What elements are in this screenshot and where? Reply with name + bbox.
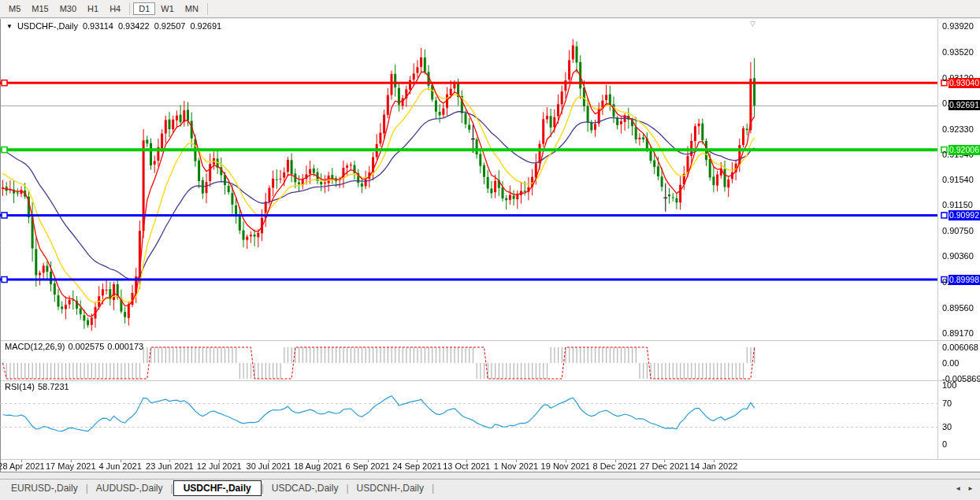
dropdown-caret-icon: ▼	[6, 23, 13, 30]
price-tick: 0.93920	[942, 21, 974, 31]
tab-scroll-left-icon[interactable]: ◄	[955, 485, 961, 492]
rsi-axis-tick: 30	[942, 422, 952, 431]
timeframe-toolbar: M5M15M30H1H4D1W1MN	[0, 0, 980, 18]
date-label: 13 Oct 2021	[443, 461, 490, 471]
tab-separator: |	[432, 481, 434, 494]
toolbar-divider	[129, 3, 130, 15]
chart-tab-bar: EURUSD-,Daily|AUDUSD-,Daily|USDCHF-,Dail…	[0, 479, 980, 500]
date-label: 19 Nov 2021	[541, 461, 590, 471]
date-label: 6 Sep 2021	[345, 461, 389, 471]
date-label: 27 Dec 2021	[640, 461, 689, 471]
scroll-end-marker-icon[interactable]: ▽	[750, 20, 755, 28]
timeframe-mn[interactable]: MN	[180, 2, 204, 15]
timeframe-m15[interactable]: M15	[26, 2, 54, 15]
date-label: 12 Jul 2021	[197, 461, 242, 471]
timeframe-m5[interactable]: M5	[3, 2, 26, 15]
rsi-axis-tick: 100	[942, 380, 956, 390]
price-badge: 0.89998	[948, 275, 980, 285]
toolbar-divider	[207, 3, 208, 15]
timeframe-d1[interactable]: D1	[133, 2, 155, 15]
price-tick: 0.91540	[942, 175, 974, 184]
timeframe-h4[interactable]: H4	[104, 2, 126, 15]
tab-eurusd-daily[interactable]: EURUSD-,Daily	[3, 481, 86, 495]
tab-usdcnh-daily[interactable]: USDCNH-,Daily	[349, 481, 432, 495]
timeframe-w1[interactable]: W1	[155, 2, 180, 15]
tab-scroll-right-icon[interactable]: ►	[967, 485, 974, 492]
ohlc-high: 0.93422	[118, 21, 150, 31]
date-label: 18 Aug 2021	[294, 461, 343, 471]
price-badge: 0.93040	[948, 78, 980, 88]
date-label: 24 Sep 2021	[392, 461, 441, 471]
date-label: 23 Jun 2021	[146, 461, 194, 471]
mt4-window: M5M15M30H1H4D1W1MN ▼ USDCHF-,Daily 0.931…	[0, 0, 980, 500]
price-tick: 0.90360	[942, 251, 974, 261]
date-label: 17 May 2021	[46, 461, 96, 471]
date-label: 30 Jul 2021	[247, 461, 291, 471]
date-label: 4 Jun 2021	[98, 461, 141, 471]
price-badge: 0.92691	[948, 100, 980, 110]
rsi-axis-tick: 70	[942, 398, 952, 408]
tab-usdcad-daily[interactable]: USDCAD-,Daily	[264, 481, 347, 495]
tab-scroll-arrows: ◄►	[955, 481, 974, 492]
price-tick: 0.91150	[942, 200, 973, 209]
price-tick: 0.89560	[942, 303, 974, 313]
rsi-axis-tick: 0	[942, 439, 947, 449]
date-label: 28 Apr 2021	[0, 461, 45, 471]
tab-usdchf-daily[interactable]: USDCHF-,Daily	[173, 480, 262, 496]
timeframe-m30[interactable]: M30	[54, 2, 82, 15]
price-tick: 0.93520	[942, 47, 974, 57]
date-label: 8 Dec 2021	[592, 461, 637, 471]
date-label: 1 Nov 2021	[494, 461, 538, 471]
chart-canvas[interactable]	[0, 0, 980, 472]
timeframe-h1[interactable]: H1	[82, 2, 104, 15]
date-label: 14 Jan 2022	[690, 461, 738, 471]
price-badge: 0.90992	[948, 210, 980, 220]
rsi-label: RSI(14)58.7231	[5, 382, 72, 391]
ohlc-close: 0.92691	[190, 21, 221, 31]
tab-audusd-daily[interactable]: AUDUSD-,Daily	[88, 481, 171, 495]
price-badge: 0.92006	[948, 145, 980, 155]
price-tick: 0.89170	[942, 328, 974, 338]
price-tick: 0.90750	[942, 226, 974, 235]
chart-title: ▼ USDCHF-,Daily 0.93114 0.93422 0.92507 …	[6, 21, 221, 31]
symbol-label: USDCHF-,Daily	[17, 21, 78, 31]
macd-axis-tick: 0.00	[942, 358, 959, 368]
macd-label: MACD(12,26,9)0.0025750.000173	[5, 342, 147, 351]
ohlc-open: 0.93114	[83, 21, 113, 31]
ohlc-low: 0.92507	[154, 21, 186, 31]
price-tick: 0.92330	[942, 124, 974, 134]
macd-axis-tick: 0.006068	[942, 343, 978, 352]
